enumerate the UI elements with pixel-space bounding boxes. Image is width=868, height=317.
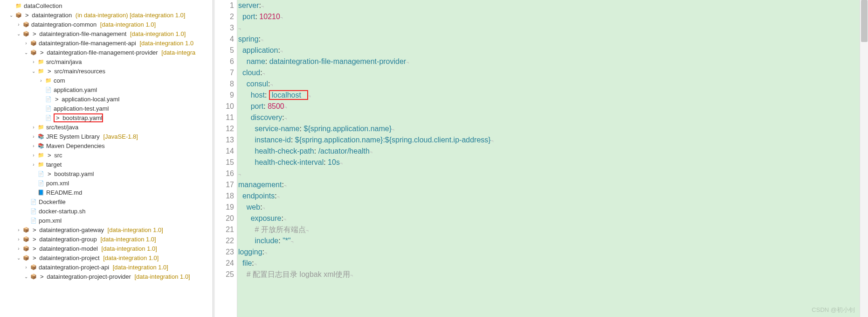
tree-row[interactable]: ›📁src/main/java	[0, 57, 213, 66]
tree-row[interactable]: ›📁target	[0, 160, 213, 169]
tree-row[interactable]: ›📦> dataintegration-gateway [data-integr…	[0, 225, 213, 234]
tree-row[interactable]: ›📦dataintegration-file-management-api [d…	[0, 38, 213, 48]
tree-row[interactable]: ›📁com	[0, 76, 213, 85]
expand-icon[interactable]: ›	[30, 134, 37, 139]
tree-row[interactable]: ⌄📦> dataintegration-project [data-integr…	[0, 253, 213, 262]
tree-item-label: dataintegration-project	[39, 254, 99, 261]
yaml-icon: 📄	[45, 95, 52, 103]
expand-icon[interactable]: ›	[30, 59, 37, 64]
tree-item-label: dataintegration-model	[39, 245, 98, 252]
expand-icon[interactable]: ›	[30, 125, 37, 130]
code-line[interactable]: web:¬	[238, 202, 868, 213]
code-line[interactable]: spring:¬	[238, 34, 868, 45]
tree-row[interactable]: 📘README.md	[0, 188, 213, 197]
tree-row[interactable]: 📄docker-startup.sh	[0, 206, 213, 216]
tree-row[interactable]: ⌄📁> src/main/resources	[0, 66, 213, 76]
eol-marker: ¬	[238, 26, 241, 31]
mvn-icon: 📦	[22, 235, 30, 243]
expand-icon[interactable]: ›	[15, 246, 22, 251]
code-line[interactable]: file:¬	[238, 258, 868, 269]
code-line[interactable]: name: dataintegration-file-management-pr…	[238, 56, 868, 67]
project-explorer[interactable]: 📁dataCollection⌄📦> dataintegration (in d…	[0, 0, 213, 317]
code-line[interactable]: server:¬	[238, 0, 868, 11]
expand-icon[interactable]: ›	[22, 41, 30, 46]
tree-row[interactable]: ⌄📦> dataintegration (in data-integration…	[0, 10, 213, 20]
tree-item-label: src/test/java	[46, 124, 78, 131]
code-line[interactable]: discovery:¬	[238, 112, 868, 123]
tree-row[interactable]: 📄pom.xml	[0, 178, 213, 188]
code-line[interactable]: logging:¬	[238, 247, 868, 258]
tree-item-label: docker-startup.sh	[39, 208, 85, 215]
code-line[interactable]: # 开放所有端点¬	[238, 224, 868, 235]
tree-row[interactable]: ›📦dataintegration-common [data-integrati…	[0, 20, 213, 29]
yaml-key: management	[238, 181, 282, 189]
code-line[interactable]: consul:¬	[238, 78, 868, 90]
expand-icon[interactable]: ›	[15, 227, 22, 232]
code-line[interactable]: application:¬	[238, 45, 868, 56]
vertical-scrollbar[interactable]	[860, 0, 868, 317]
collapse-icon[interactable]: ⌄	[7, 13, 15, 18]
code-line[interactable]: ¬	[238, 168, 868, 179]
tree-row[interactable]: ⌄📦> dataintegration-file-management-prov…	[0, 48, 213, 57]
yaml-key: logging	[238, 248, 262, 256]
code-line[interactable]: port: 8500¬	[238, 101, 868, 112]
tree-row[interactable]: ›📦> dataintegration-group [data-integrat…	[0, 234, 213, 244]
code-line[interactable]: exposure:¬	[238, 213, 868, 224]
expand-icon[interactable]: ›	[15, 237, 22, 242]
code-line[interactable]: # 配置日志目录 logbak xml使用¬	[238, 269, 868, 280]
expand-icon[interactable]: ›	[15, 22, 22, 27]
tree-row[interactable]: 📁dataCollection	[0, 1, 213, 10]
expand-icon[interactable]: ›	[30, 143, 37, 148]
tree-row[interactable]: 📄> bootstrap.yaml	[0, 113, 213, 122]
tree-row[interactable]: ›📁src/test/java	[0, 122, 213, 132]
collapse-icon[interactable]: ⌄	[22, 50, 30, 55]
tree-row[interactable]: ›📦dataintegration-project-api [data-inte…	[0, 262, 213, 272]
code-line[interactable]: service-name: ${spring.application.name}…	[238, 123, 868, 134]
code-line[interactable]: host: localhost ¬	[238, 90, 868, 101]
yaml-key: spring	[238, 35, 259, 43]
tree-row[interactable]: 📄> application-local.yaml	[0, 94, 213, 104]
line-number: 10	[215, 101, 234, 112]
tree-row[interactable]: 📄> bootstrap.yaml	[0, 169, 213, 178]
tree-row[interactable]: ›📁> src	[0, 150, 213, 160]
tree-row[interactable]: ⌄📦> dataintegration-project-provider [da…	[0, 272, 213, 281]
tree-row[interactable]: 📄pom.xml	[0, 216, 213, 225]
code-line[interactable]: ¬	[238, 22, 868, 34]
collapse-icon[interactable]: ⌄	[15, 31, 22, 36]
tree-row[interactable]: ⌄📦> dataintegration-file-management [dat…	[0, 29, 213, 38]
yaml-value: localhost	[269, 90, 308, 100]
yaml-value: "*"	[282, 237, 291, 245]
tree-row[interactable]: ›📚Maven Dependencies	[0, 141, 213, 150]
tree-item-label: bootstrap.yaml	[54, 170, 94, 177]
scroll-thumb[interactable]	[861, 0, 868, 42]
modified-marker: >	[33, 254, 36, 261]
yaml-text	[238, 237, 255, 245]
collapse-icon[interactable]: ⌄	[15, 255, 22, 261]
expand-icon[interactable]: ›	[30, 162, 37, 167]
collapse-icon[interactable]: ⌄	[22, 274, 30, 279]
mvn-icon: 📦	[30, 273, 37, 280]
tree-row[interactable]: ›📦> dataintegration-model [data-integrat…	[0, 244, 213, 253]
tree-row[interactable]: 📄application-test.yaml	[0, 104, 213, 113]
modified-marker: >	[56, 114, 60, 121]
tree-row[interactable]: 📄Dockerfile	[0, 197, 213, 206]
expand-icon[interactable]: ›	[22, 265, 30, 270]
code-line[interactable]: health-check-path: /actuator/health¬	[238, 146, 868, 157]
tree-row[interactable]: 📄application.yaml	[0, 85, 213, 94]
code-line[interactable]: cloud:¬	[238, 67, 868, 78]
code-line[interactable]: instance-id: ${spring.application.name}:…	[238, 134, 868, 146]
tree-row[interactable]: ›📚JRE System Library [JavaSE-1.8]	[0, 132, 213, 141]
expand-icon[interactable]: ›	[30, 153, 37, 158]
line-number: 3	[215, 22, 234, 34]
code-line[interactable]: port: 10210¬	[238, 11, 868, 22]
expand-icon[interactable]: ›	[37, 78, 45, 83]
code-line[interactable]: endpoints:¬	[238, 190, 868, 202]
code-line[interactable]: management:¬	[238, 179, 868, 190]
code-editor[interactable]: 1234567891011121314151617181920212223242…	[215, 0, 868, 317]
tree-item-label: src/main/java	[46, 58, 82, 65]
collapse-icon[interactable]: ⌄	[30, 69, 37, 74]
yaml-value: 10s	[328, 158, 340, 166]
code-line[interactable]: include: "*"¬	[238, 235, 868, 247]
code-area[interactable]: server:¬ port: 10210¬¬spring:¬ applicati…	[237, 0, 868, 317]
code-line[interactable]: health-check-interval: 10s¬	[238, 157, 868, 168]
